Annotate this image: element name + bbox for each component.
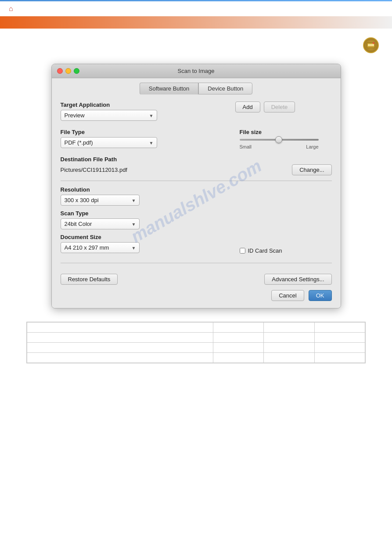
file-type-select[interactable]: PDF (*.pdf)	[61, 137, 157, 148]
bottom-table	[26, 322, 366, 363]
right-col-add-delete: Add Delete	[235, 102, 332, 114]
advanced-settings-button[interactable]: Advanced Settings...	[264, 274, 331, 285]
dialog-inner-wrap: manualshlve.com Target Application Previ…	[61, 102, 332, 301]
document-size-label: Document Size	[61, 234, 228, 240]
table-cell	[314, 353, 365, 363]
destination-path: Pictures/CCI19112013.pdf	[61, 167, 127, 173]
left-col: Target Application Preview ▼	[61, 102, 228, 125]
document-size-select-wrap: A4 210 x 297 mm ▼	[61, 242, 140, 253]
filetype-col: File Type PDF (*.pdf) ▼	[61, 129, 228, 152]
minimize-button[interactable]	[65, 68, 71, 74]
home-area: ⌂	[0, 1, 392, 16]
titlebar-buttons	[57, 68, 79, 74]
table-row	[27, 333, 365, 343]
change-button[interactable]: Change...	[292, 164, 331, 175]
cancel-button[interactable]: Cancel	[271, 290, 304, 301]
file-size-slider-wrap: Small Large	[240, 139, 319, 149]
dialog-body: manualshlve.com Target Application Previ…	[52, 94, 341, 308]
maximize-button[interactable]	[74, 68, 79, 74]
id-card-checkbox[interactable]	[240, 248, 245, 254]
dialog-title: Scan to Image	[178, 68, 215, 74]
docsize-idcard-row: Document Size A4 210 x 297 mm ▼	[61, 234, 332, 258]
action-row-right: Advanced Settings...	[264, 274, 331, 285]
tab-bar: Software Button Device Button	[52, 78, 341, 94]
tab-software-button[interactable]: Software Button	[140, 83, 199, 94]
target-application-group: Target Application Preview ▼	[61, 102, 228, 121]
ok-button[interactable]: OK	[309, 290, 332, 301]
file-size-col: File size Small Large	[235, 129, 332, 149]
slider-thumb[interactable]	[275, 136, 282, 143]
filetype-filesize-row: File Type PDF (*.pdf) ▼ File size	[61, 129, 332, 152]
target-application-select-wrap: Preview ▼	[61, 110, 157, 121]
destination-label: Destination File Path	[61, 156, 332, 163]
resolution-select-wrap: 300 x 300 dpi ▼	[61, 195, 140, 206]
table-cell	[213, 323, 264, 333]
scan-type-group: Scan Type 24bit Color ▼	[61, 210, 332, 229]
table-cell	[27, 333, 213, 343]
scan-to-image-dialog: Scan to Image Software Button Device But…	[51, 64, 341, 308]
target-application-row: Preview ▼	[61, 110, 228, 121]
target-application-select[interactable]: Preview	[61, 110, 157, 121]
description-space	[13, 37, 379, 55]
file-size-label: File size	[240, 129, 332, 135]
ok-cancel-row: Cancel OK	[61, 290, 332, 301]
action-row: Restore Defaults Advanced Settings...	[61, 268, 332, 285]
close-button[interactable]	[57, 68, 63, 74]
document-size-col: Document Size A4 210 x 297 mm ▼	[61, 234, 228, 258]
svg-point-2	[373, 42, 374, 44]
home-icon[interactable]: ⌂	[9, 5, 13, 13]
section-bar	[0, 16, 392, 29]
content-area: Scan to Image Software Button Device But…	[0, 33, 392, 368]
table-cell	[314, 323, 365, 333]
resolution-select[interactable]: 300 x 300 dpi	[61, 195, 140, 206]
table-row	[27, 353, 365, 363]
table-cell	[314, 343, 365, 353]
id-card-label: ID Card Scan	[248, 247, 282, 254]
slider-labels: Small Large	[240, 144, 319, 149]
document-size-select[interactable]: A4 210 x 297 mm	[61, 242, 140, 253]
tab-device-button[interactable]: Device Button	[198, 83, 252, 94]
table-cell	[264, 333, 315, 343]
table-cell	[314, 333, 365, 343]
table-row	[27, 343, 365, 353]
table-cell	[264, 343, 315, 353]
id-card-row: ID Card Scan	[240, 247, 332, 254]
destination-row: Pictures/CCI19112013.pdf Change...	[61, 164, 332, 175]
table-cell	[27, 343, 213, 353]
table-cell	[213, 333, 264, 343]
table-cell	[27, 323, 213, 333]
table-cell	[264, 353, 315, 363]
restore-defaults-button[interactable]: Restore Defaults	[61, 274, 118, 285]
slider-large-label: Large	[306, 144, 318, 149]
delete-button[interactable]: Delete	[264, 102, 295, 112]
resolution-group: Resolution 300 x 300 dpi ▼	[61, 186, 332, 206]
table-cell	[264, 323, 315, 333]
scan-icon	[363, 37, 379, 53]
dialog-titlebar: Scan to Image	[52, 64, 341, 78]
info-table	[27, 322, 365, 363]
document-size-group: Document Size A4 210 x 297 mm ▼	[61, 234, 228, 253]
slider-small-label: Small	[240, 144, 252, 149]
target-application-label: Target Application	[61, 102, 228, 108]
section-divider-1	[61, 181, 332, 181]
scan-icon-area	[363, 37, 379, 53]
resolution-label: Resolution	[61, 186, 332, 193]
slider-track	[240, 139, 319, 141]
section-divider-2	[61, 263, 332, 263]
scan-type-label: Scan Type	[61, 210, 332, 217]
destination-group: Destination File Path Pictures/CCI191120…	[61, 156, 332, 175]
table-cell	[213, 343, 264, 353]
id-card-col: ID Card Scan	[235, 246, 332, 258]
target-and-filesize-row: Target Application Preview ▼	[61, 102, 332, 125]
scan-type-select-wrap: 24bit Color ▼	[61, 218, 140, 229]
add-button[interactable]: Add	[235, 102, 260, 112]
table-cell	[27, 353, 213, 363]
file-type-select-wrap: PDF (*.pdf) ▼	[61, 137, 157, 148]
table-cell	[213, 353, 264, 363]
file-type-label: File Type	[61, 129, 228, 135]
dialog-wrapper: Scan to Image Software Button Device But…	[13, 55, 379, 322]
table-row	[27, 323, 365, 333]
svg-rect-1	[368, 44, 374, 46]
file-type-group: File Type PDF (*.pdf) ▼	[61, 129, 228, 148]
scan-type-select[interactable]: 24bit Color	[61, 218, 140, 229]
